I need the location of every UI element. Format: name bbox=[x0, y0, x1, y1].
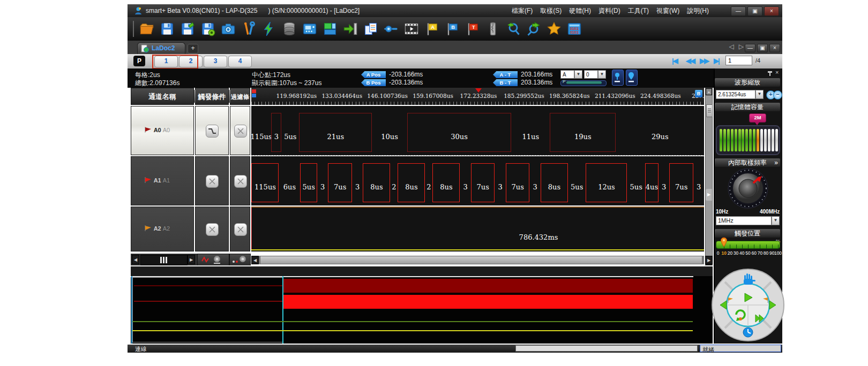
settings-tools-icon[interactable] bbox=[241, 21, 256, 36]
video-capture-icon[interactable] bbox=[404, 21, 419, 36]
trigger-position-pin[interactable] bbox=[720, 237, 728, 250]
scroll-up-button[interactable]: ▲ bbox=[706, 88, 712, 95]
waveform-channel-a0[interactable]: 115us35us21us10us30us11us19us29us bbox=[251, 106, 704, 155]
device-panel-icon[interactable] bbox=[302, 21, 317, 36]
freq-more-chevrons[interactable]: » bbox=[774, 158, 778, 167]
trigger-lightning-icon[interactable] bbox=[261, 21, 276, 36]
save-settings-icon[interactable] bbox=[200, 21, 215, 36]
menu-1[interactable]: 取樣(S) bbox=[536, 4, 565, 17]
bus-pack-icon[interactable] bbox=[485, 21, 500, 36]
first-page-button[interactable]: |◀ bbox=[672, 57, 677, 65]
titlebar-close-button[interactable]: × bbox=[764, 6, 779, 16]
channel-scroll-left[interactable]: ◀ bbox=[132, 255, 139, 264]
column-grip[interactable] bbox=[194, 90, 196, 103]
goto-b-marker-button[interactable] bbox=[626, 70, 638, 86]
page-number-input[interactable] bbox=[725, 56, 752, 65]
trigger-position-slider[interactable] bbox=[716, 241, 780, 249]
search-prev-icon[interactable] bbox=[506, 21, 521, 36]
open-file-icon[interactable] bbox=[139, 21, 154, 36]
tab-ladoc2[interactable]: LaDoc2 bbox=[137, 42, 185, 55]
favorite-star-icon[interactable] bbox=[547, 21, 562, 36]
hscroll-right-button[interactable]: ▶ bbox=[705, 256, 713, 264]
waveform-channel-a2[interactable]: 786.432ms bbox=[251, 207, 704, 251]
a-t-badge[interactable]: A - T bbox=[493, 71, 518, 78]
filter-condition-button[interactable] bbox=[234, 223, 247, 236]
goto-a-marker-button[interactable] bbox=[612, 70, 624, 86]
trigger-condition-button[interactable] bbox=[206, 125, 219, 138]
prev-page-button[interactable]: ◀◀ bbox=[686, 57, 694, 65]
doc-close-button[interactable]: × bbox=[769, 44, 780, 52]
channel-row-a2-name[interactable]: A2 A2 bbox=[131, 207, 194, 251]
marker-select-arrow[interactable]: ▼ bbox=[574, 70, 582, 79]
collapse-panel-arrow[interactable]: ▶ bbox=[706, 189, 712, 201]
flag-a-icon[interactable]: A bbox=[424, 21, 439, 36]
channel-scroll-track[interactable] bbox=[140, 255, 188, 265]
marker-b-chip[interactable] bbox=[252, 94, 256, 97]
trigger-condition-button[interactable] bbox=[206, 175, 219, 188]
titlebar-restore-button[interactable]: ▣ bbox=[747, 6, 762, 16]
column-header-filter-condition[interactable]: 過濾條件 bbox=[230, 88, 250, 105]
sidebar-pin-icon[interactable] bbox=[767, 71, 773, 76]
marker-value-combo[interactable]: 0 bbox=[584, 70, 598, 79]
page-button-3[interactable]: 3 bbox=[204, 56, 227, 67]
hscroll-left-button[interactable]: ◀ bbox=[251, 256, 259, 264]
b-t-badge[interactable]: B - T bbox=[493, 79, 518, 86]
navigator-viewport-box[interactable] bbox=[132, 277, 283, 342]
marker-select-combo[interactable]: A bbox=[560, 70, 574, 79]
window-layout-icon[interactable] bbox=[323, 21, 338, 36]
export-data-icon[interactable] bbox=[343, 21, 358, 36]
connect-plug-icon[interactable] bbox=[384, 21, 399, 36]
screenshot-icon[interactable] bbox=[221, 21, 236, 36]
a-pos-badge[interactable]: A Pos bbox=[361, 71, 386, 78]
navigation-pad[interactable] bbox=[710, 268, 785, 345]
save-icon[interactable] bbox=[160, 21, 175, 36]
waveform-hscrollbar[interactable]: ◀ bbox=[251, 256, 704, 264]
sidebar-close-icon[interactable]: × bbox=[775, 69, 779, 75]
menu-3[interactable]: 資料(D) bbox=[595, 4, 624, 17]
compare-files-icon[interactable] bbox=[363, 21, 378, 36]
sample-rate-knob[interactable] bbox=[724, 168, 772, 211]
marker-a-chip[interactable] bbox=[252, 89, 256, 93]
filter-condition-button[interactable] bbox=[234, 125, 247, 138]
titlebar-minimize-button[interactable]: — bbox=[731, 6, 746, 16]
menu-2[interactable]: 硬體(H) bbox=[565, 4, 595, 17]
column-grip[interactable] bbox=[229, 90, 230, 103]
binary-view-icon[interactable]: 01010101 bbox=[567, 21, 582, 36]
waveform-vscrollbar[interactable]: ▲ ▶ ▼ bbox=[705, 88, 713, 265]
filter-condition-button[interactable] bbox=[234, 175, 247, 188]
add-tab-button[interactable]: + bbox=[188, 44, 198, 54]
menu-0[interactable]: 檔案(F) bbox=[508, 4, 536, 17]
trigger-condition-button[interactable] bbox=[206, 223, 219, 236]
marker-b-flag[interactable]: B bbox=[695, 90, 702, 97]
marker-value-arrow[interactable]: ▼ bbox=[598, 70, 606, 79]
next-page-button[interactable]: ▶▶ bbox=[700, 57, 708, 65]
page-button-4[interactable]: 4 bbox=[228, 56, 252, 67]
search-next-icon[interactable] bbox=[526, 21, 541, 36]
zoom-out-button[interactable]: − bbox=[773, 90, 782, 100]
state-snapshot-button[interactable] bbox=[229, 254, 251, 266]
vscroll-thumb[interactable] bbox=[706, 104, 713, 117]
flag-t-icon[interactable]: T bbox=[465, 21, 480, 36]
waveform-channel-a1[interactable]: 115us6us5us37us38us28us28us37us37us38us5… bbox=[251, 156, 704, 205]
tab-nav-prev[interactable]: ◁ bbox=[729, 43, 734, 50]
hscroll-thumb[interactable] bbox=[260, 256, 702, 264]
zoom-value-combo[interactable]: 2.613254us bbox=[716, 90, 755, 99]
doc-minimize-button[interactable]: — bbox=[745, 44, 755, 52]
save-as-icon[interactable] bbox=[180, 21, 195, 36]
menu-5[interactable]: 視窗(W) bbox=[653, 4, 683, 17]
b-pos-badge[interactable]: B Pos bbox=[361, 79, 386, 86]
page-p-button[interactable]: P bbox=[133, 56, 145, 66]
freq-combo-arrow[interactable]: ▼ bbox=[772, 216, 780, 225]
channel-row-a1-name[interactable]: A1 A1 bbox=[131, 156, 194, 205]
freq-value-combo[interactable]: 1MHz bbox=[716, 216, 772, 225]
last-page-button[interactable]: ▶| bbox=[714, 57, 719, 65]
memory-depth-icon[interactable] bbox=[282, 21, 297, 36]
flag-b-icon[interactable]: B bbox=[445, 21, 460, 36]
zoom-combo-arrow[interactable]: ▼ bbox=[755, 90, 764, 99]
doc-restore-button[interactable]: ▣ bbox=[757, 44, 768, 52]
menu-4[interactable]: 工具(T) bbox=[624, 4, 653, 17]
waveform-snapshot-button[interactable] bbox=[197, 254, 229, 266]
menu-6[interactable]: 說明(H) bbox=[683, 4, 713, 17]
column-header-trigger-condition[interactable]: 觸發條件 bbox=[195, 88, 229, 105]
trigger-position-marker[interactable] bbox=[475, 88, 482, 93]
